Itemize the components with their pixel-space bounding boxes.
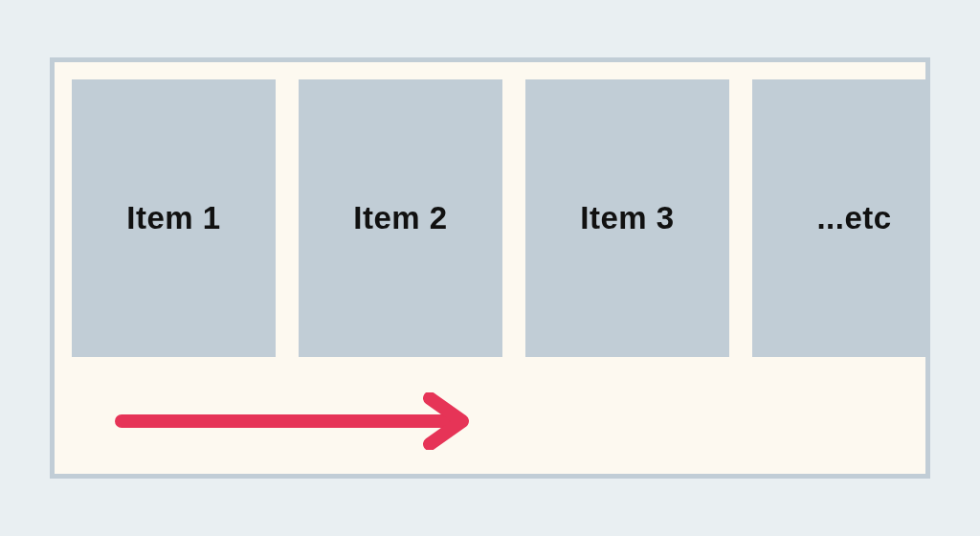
carousel-container: Item 1 Item 2 Item 3 ...etc <box>50 57 930 479</box>
carousel-item-label: Item 3 <box>580 200 674 236</box>
carousel-item[interactable]: Item 2 <box>299 79 502 357</box>
scroll-direction-arrow-icon <box>112 392 457 435</box>
diagram-canvas: Item 1 Item 2 Item 3 ...etc <box>0 0 980 536</box>
carousel-item-label: Item 1 <box>126 200 220 236</box>
carousel-track[interactable]: Item 1 Item 2 Item 3 ...etc <box>72 79 925 357</box>
carousel-item-label: ...etc <box>816 200 891 236</box>
carousel-item[interactable]: Item 1 <box>72 79 276 357</box>
carousel-item-label: Item 2 <box>353 200 447 236</box>
carousel-item-overflow[interactable]: ...etc <box>752 79 930 357</box>
carousel-item[interactable]: Item 3 <box>525 79 729 357</box>
